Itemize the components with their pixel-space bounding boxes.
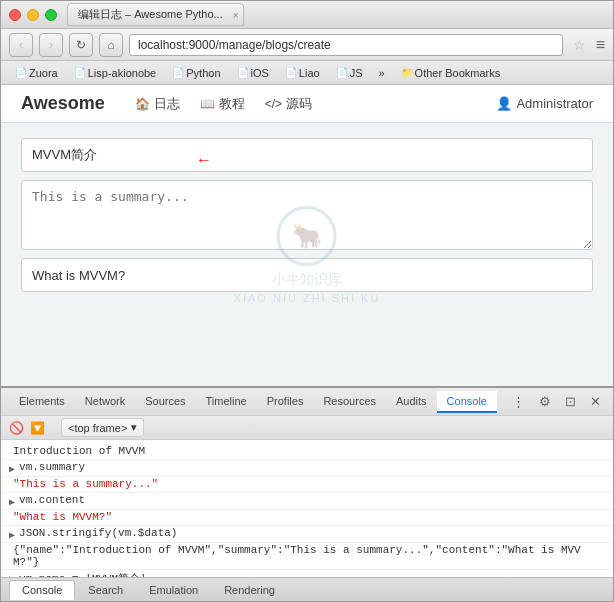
tab-network[interactable]: Network	[75, 391, 135, 413]
bookmark-label: iOS	[251, 67, 269, 79]
webpage: Awesome 🏠 日志 📖 教程 </> 源码 👤 Administrator	[1, 85, 613, 386]
console-text: "This is a summary..."	[13, 478, 605, 490]
bookmark-label: Zuora	[29, 67, 58, 79]
frame-label: <top frame>	[68, 422, 127, 434]
bookmark-lisp[interactable]: 📄 Lisp-akionobe	[68, 66, 163, 80]
tab-console[interactable]: Console	[437, 391, 497, 413]
bookmark-label: Lisp-akionobe	[88, 67, 157, 79]
console-arrow: ▶	[9, 496, 15, 508]
maximize-button[interactable]	[45, 9, 57, 21]
site-nav-source-label: 源码	[286, 95, 312, 113]
bookmark-label: JS	[350, 67, 363, 79]
menu-icon: ≡	[596, 36, 605, 53]
blog-summary-textarea[interactable]	[21, 180, 593, 250]
undock-icon[interactable]: ⊡	[561, 392, 580, 411]
settings-icon[interactable]: ⚙	[535, 392, 555, 411]
browser-menu-button[interactable]: ≡	[596, 36, 605, 54]
bookmark-star-button[interactable]: ☆	[573, 37, 586, 53]
bookmark-label: Liao	[299, 67, 320, 79]
console-line-2: ▶ vm.summary	[1, 460, 613, 477]
site-nav-tutorial[interactable]: 📖 教程	[200, 95, 245, 113]
site-nav-blog-label: 日志	[154, 95, 180, 113]
console-text: vm.content	[19, 494, 605, 506]
traffic-lights	[9, 9, 57, 21]
console-toolbar: 🚫 🔽 <top frame> ▾	[1, 416, 613, 440]
admin-label: Administrator	[516, 96, 593, 111]
minimize-button[interactable]	[27, 9, 39, 21]
bottom-tab-search[interactable]: Search	[75, 580, 136, 600]
tab-close-button[interactable]: ×	[233, 9, 239, 20]
console-line-5: "What is MVVM?"	[1, 510, 613, 526]
close-devtools-button[interactable]: ✕	[586, 392, 605, 411]
bookmark-liao[interactable]: 📄 Liao	[279, 66, 326, 80]
bookmark-more-label: »	[378, 67, 384, 79]
filter-button[interactable]: 🔽	[30, 421, 45, 435]
bookmark-icon: 📄	[336, 67, 348, 78]
star-icon: ☆	[573, 37, 586, 53]
forward-icon: ›	[49, 38, 53, 52]
tab-timeline[interactable]: Timeline	[196, 391, 257, 413]
bookmark-more[interactable]: »	[372, 66, 390, 80]
browser-tab[interactable]: 编辑日志 – Awesome Pytho... ×	[67, 3, 244, 26]
bookmark-js[interactable]: 📄 JS	[330, 66, 369, 80]
devtools-toolbar-icons: ⋮ ⚙ ⊡ ✕	[508, 392, 605, 411]
console-line-1: Introduction of MVVM	[1, 444, 613, 460]
bookmark-other[interactable]: 📁 Other Bookmarks	[395, 66, 507, 80]
console-text: Introduction of MVVM	[13, 445, 605, 457]
tab-sources[interactable]: Sources	[135, 391, 195, 413]
back-icon: ‹	[19, 38, 23, 52]
bookmark-icon: 📄	[237, 67, 249, 78]
tab-bar: 编辑日志 – Awesome Pytho... ×	[67, 3, 605, 26]
site-nav: 🏠 日志 📖 教程 </> 源码	[135, 95, 312, 113]
code-nav-icon: </>	[265, 97, 282, 111]
console-line-4: ▶ vm.content	[1, 493, 613, 510]
bookmark-icon: 📄	[172, 67, 184, 78]
reload-button[interactable]: ↻	[69, 33, 93, 57]
frame-selector[interactable]: <top frame> ▾	[61, 418, 144, 437]
bottom-tab-rendering[interactable]: Rendering	[211, 580, 288, 600]
clear-console-button[interactable]: 🚫	[9, 421, 24, 435]
tab-profiles[interactable]: Profiles	[257, 391, 314, 413]
tab-elements[interactable]: Elements	[9, 391, 75, 413]
bookmark-label: Other Bookmarks	[415, 67, 501, 79]
close-button[interactable]	[9, 9, 21, 21]
bookmark-icon: 📄	[15, 67, 27, 78]
console-line-3: "This is a summary..."	[1, 477, 613, 493]
console-line-6: ▶ JSON.stringify(vm.$data)	[1, 526, 613, 543]
bookmarks-bar: 📄 Zuora 📄 Lisp-akionobe 📄 Python 📄 iOS 📄…	[1, 61, 613, 85]
bottom-tab-console[interactable]: Console	[9, 580, 75, 600]
bookmark-icon: 📄	[285, 67, 297, 78]
devtools-tabs: Elements Network Sources Timeline Profil…	[1, 388, 613, 416]
home-button[interactable]: ⌂	[99, 33, 123, 57]
console-text: {"name":"Introduction of MVVM","summary"…	[13, 544, 605, 568]
console-line-7: {"name":"Introduction of MVVM","summary"…	[1, 543, 613, 570]
site-nav-blog[interactable]: 🏠 日志	[135, 95, 180, 113]
red-arrow-indicator: ←	[196, 151, 212, 169]
back-button[interactable]: ‹	[9, 33, 33, 57]
bookmark-ios[interactable]: 📄 iOS	[231, 66, 275, 80]
bookmark-zuora[interactable]: 📄 Zuora	[9, 66, 64, 80]
home-nav-icon: 🏠	[135, 97, 150, 111]
url-text: localhost:9000/manage/blogs/create	[138, 38, 331, 52]
console-line-8: ▶ vm.name = 'MVVM简介'	[1, 570, 613, 577]
bookmark-python[interactable]: 📄 Python	[166, 66, 226, 80]
bottom-tab-emulation[interactable]: Emulation	[136, 580, 211, 600]
site-nav-source[interactable]: </> 源码	[265, 95, 312, 113]
site-header: Awesome 🏠 日志 📖 教程 </> 源码 👤 Administrator	[1, 85, 613, 123]
tab-resources[interactable]: Resources	[313, 391, 386, 413]
devtools-panel: Elements Network Sources Timeline Profil…	[1, 386, 613, 601]
blog-content-input[interactable]	[21, 258, 593, 292]
dock-icon[interactable]: ⋮	[508, 392, 529, 411]
site-admin[interactable]: 👤 Administrator	[496, 96, 593, 111]
folder-icon: 📁	[401, 67, 413, 78]
tab-audits[interactable]: Audits	[386, 391, 437, 413]
tab-title: 编辑日志 – Awesome Pytho...	[78, 8, 223, 20]
blog-form: ← 🐂 小牛知识库 XIAO NIU ZHI SHI KU	[1, 123, 613, 386]
home-icon: ⌂	[107, 38, 114, 52]
forward-button[interactable]: ›	[39, 33, 63, 57]
browser-window: 编辑日志 – Awesome Pytho... × ‹ › ↻ ⌂ localh…	[0, 0, 614, 602]
blog-title-input[interactable]	[21, 138, 593, 172]
address-bar[interactable]: localhost:9000/manage/blogs/create	[129, 34, 563, 56]
console-arrow: ▶	[9, 529, 15, 541]
bookmark-label: Python	[186, 67, 220, 79]
